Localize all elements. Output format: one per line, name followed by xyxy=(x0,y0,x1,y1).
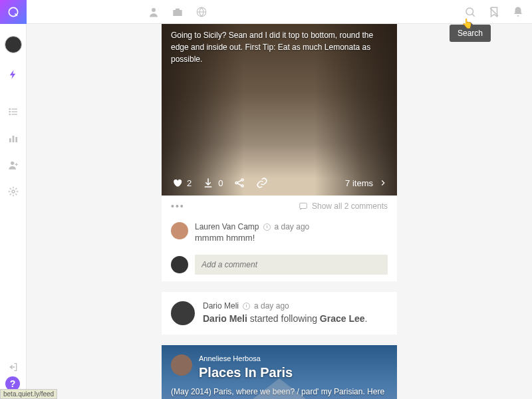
svg-point-11 xyxy=(12,190,15,193)
comment-time: a day ago xyxy=(275,222,310,231)
svg-line-21 xyxy=(237,180,241,182)
svg-rect-8 xyxy=(12,136,14,142)
post-card: Going to Sicily? Sean and I did it top t… xyxy=(162,24,397,281)
svg-rect-23 xyxy=(300,203,307,208)
topbar: 👆 Search xyxy=(27,0,532,24)
share-button[interactable] xyxy=(233,177,245,189)
svg-rect-13 xyxy=(173,10,182,16)
svg-rect-9 xyxy=(15,137,17,142)
app-logo[interactable] xyxy=(0,0,27,24)
user-avatar[interactable] xyxy=(5,36,22,53)
feed: Going to Sicily? Sean and I did it top t… xyxy=(27,24,532,399)
like-count: 2 xyxy=(187,178,192,188)
my-avatar xyxy=(171,256,188,273)
globe-icon[interactable] xyxy=(196,6,207,18)
activity-icon[interactable] xyxy=(0,63,27,86)
download-count: 0 xyxy=(218,178,223,188)
post-author: Anneliese Herbosa xyxy=(199,354,388,362)
bell-icon[interactable] xyxy=(512,6,524,18)
list-icon[interactable] xyxy=(0,100,27,124)
clock-icon xyxy=(263,223,271,231)
post-description: Going to Sicily? Sean and I did it top t… xyxy=(171,29,388,65)
author-avatar[interactable] xyxy=(171,354,192,376)
svg-point-20 xyxy=(241,185,243,187)
svg-point-19 xyxy=(241,179,243,181)
svg-point-4 xyxy=(9,108,10,109)
svg-point-15 xyxy=(466,8,473,15)
svg-point-12 xyxy=(152,8,156,12)
follow-card: Dario Meli a day ago Dario Meli started … xyxy=(162,292,397,334)
follow-text: Dario Meli started following Grace Lee. xyxy=(203,313,388,324)
post-card: Anneliese Herbosa Places In Paris (May 2… xyxy=(162,345,397,399)
link-button[interactable] xyxy=(256,177,268,189)
comment-input[interactable] xyxy=(195,255,388,275)
download-button[interactable]: 0 xyxy=(202,177,223,189)
sidebar: ? xyxy=(0,0,27,399)
show-comments-link[interactable]: Show all 2 comments xyxy=(299,201,388,211)
commenter-name[interactable]: Lauren Van Camp xyxy=(195,222,259,231)
svg-line-16 xyxy=(472,14,475,17)
commenter-avatar[interactable] xyxy=(171,222,188,239)
more-options-icon[interactable]: ••• xyxy=(171,201,185,211)
svg-point-5 xyxy=(9,111,10,112)
bookmark-icon[interactable] xyxy=(488,6,500,18)
logout-icon[interactable] xyxy=(0,355,27,379)
comment-text: mmmm hmmm! xyxy=(195,233,388,243)
svg-rect-7 xyxy=(9,138,11,142)
svg-point-6 xyxy=(9,114,10,114)
follow-avatar[interactable] xyxy=(171,301,195,325)
clock-icon xyxy=(243,303,250,310)
post-hero-image[interactable]: Going to Sicily? Sean and I did it top t… xyxy=(162,24,397,196)
items-link[interactable]: 7 items xyxy=(345,178,388,188)
post-hero-image[interactable]: Anneliese Herbosa Places In Paris (May 2… xyxy=(162,345,397,399)
search-icon[interactable]: 👆 Search xyxy=(464,6,476,18)
stats-icon[interactable] xyxy=(0,126,27,150)
add-user-icon[interactable] xyxy=(0,153,27,177)
status-bar: beta.quiet.ly/feed xyxy=(0,389,57,399)
svg-line-22 xyxy=(237,184,241,186)
settings-icon[interactable] xyxy=(0,180,27,203)
svg-point-18 xyxy=(235,182,237,184)
follow-time: a day ago xyxy=(254,301,289,311)
svg-point-10 xyxy=(11,162,14,165)
comment-row: Lauren Van Camp a day ago mmmm hmmm! xyxy=(162,217,397,248)
like-button[interactable]: 2 xyxy=(171,177,192,189)
profile-icon[interactable] xyxy=(148,6,160,18)
follow-author[interactable]: Dario Meli xyxy=(203,301,239,311)
briefcase-icon[interactable] xyxy=(172,6,184,18)
